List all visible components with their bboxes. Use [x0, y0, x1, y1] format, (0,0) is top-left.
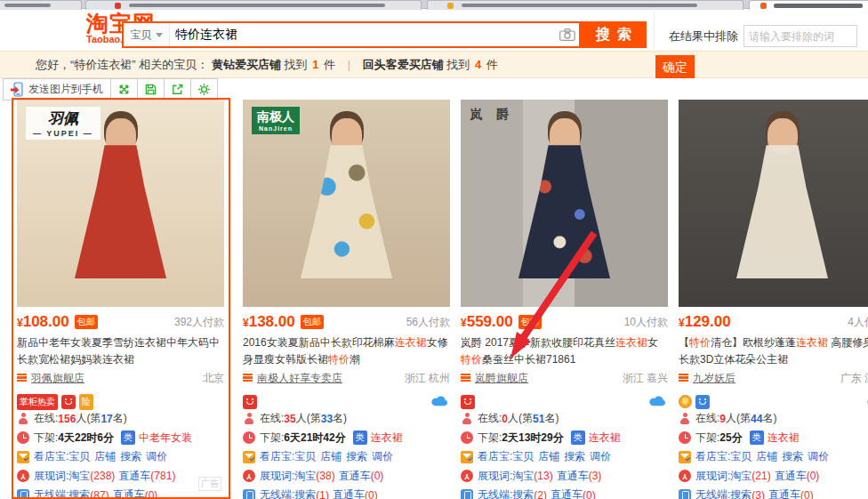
category-link[interactable]: 中老年女装	[139, 431, 192, 446]
kdb-shop-link[interactable]: 店铺	[94, 449, 116, 464]
wireless-ztc-link[interactable]: 直通车	[551, 487, 583, 499]
stat-kandianbao: 看店宝:宝贝店铺搜索调价	[243, 447, 450, 467]
send-image-to-phone-button[interactable]: 发送图片到手机	[3, 78, 111, 101]
kdb-price-link[interactable]: 调价	[808, 449, 829, 464]
notice-greeting: 您好，“特价连衣裙” 相关的宝贝：	[36, 58, 208, 71]
search-category-dropdown[interactable]: 宝贝	[124, 23, 170, 46]
kdb-search-link[interactable]: 搜索	[346, 449, 367, 464]
stat-keywords: 展现词:淘宝(38)直通车(0)	[243, 467, 450, 487]
product-image[interactable]: 羽佩 — YUPEI —	[17, 100, 224, 307]
cloud-icon[interactable]	[431, 394, 448, 409]
free-shipping-badge: 包邮	[518, 315, 542, 329]
shop-link[interactable]: 羽佩旗舰店	[31, 371, 84, 386]
stat-wireless: 无线端:搜索(3)直通车(0)	[679, 486, 868, 499]
product-title[interactable]: 新品中老年女装夏季雪纺连衣裙中年大码中长款宽松裙妈妈装连衣裙	[17, 334, 224, 367]
settings-button[interactable]	[190, 78, 218, 101]
wangwang-icon[interactable]	[461, 395, 475, 409]
wangwang-icon[interactable]	[61, 395, 76, 409]
product-title[interactable]: 【特价清仓】欧根纱蓬蓬连衣裙 高腰修身中长款3D立体花朵公主裙	[679, 334, 868, 367]
product-image[interactable]: 岚 爵	[461, 100, 668, 307]
tab-favicon	[447, 3, 454, 9]
notice-separator: |	[339, 58, 359, 71]
kdb-shop-link[interactable]: 店铺	[756, 449, 777, 464]
keywords-icon	[461, 470, 473, 482]
kdb-item-link[interactable]: 宝贝	[512, 449, 534, 464]
wireless-search-link[interactable]: 搜索	[730, 487, 751, 499]
stat-online: 在线:156人(第17名)	[17, 409, 224, 429]
product-image[interactable]: 南极人 NanJiren	[243, 100, 450, 307]
shop-link[interactable]: 岚爵旗舰店	[475, 371, 528, 386]
mobile-icon	[679, 489, 691, 499]
clock-icon	[461, 431, 473, 444]
sales-count: 10人付款	[624, 315, 668, 330]
category-badge: 类	[750, 431, 764, 445]
taobao-keywords-link[interactable]: 淘宝	[68, 469, 90, 484]
product-image[interactable]	[679, 100, 868, 307]
gold-medal-icon	[679, 395, 692, 408]
taobao-keywords-link[interactable]: 淘宝	[294, 469, 316, 484]
ztc-keywords-link[interactable]: 直通车	[339, 469, 371, 484]
kdb-item-link[interactable]: 宝贝	[294, 449, 316, 464]
notice-shop1: 黄钻爱买店铺	[212, 58, 281, 71]
wangwang-icon[interactable]	[243, 395, 257, 409]
browser-tab[interactable]	[427, 0, 743, 10]
wireless-search-link[interactable]: 搜索	[68, 487, 90, 499]
wireless-search-link[interactable]: 搜索	[512, 487, 534, 499]
kdb-shop-link[interactable]: 店铺	[538, 449, 559, 464]
category-badge: 类	[121, 431, 135, 445]
kdb-item-link[interactable]: 宝贝	[68, 449, 90, 464]
free-shipping-badge: 包邮	[301, 315, 324, 329]
ztc-keywords-link[interactable]: 直通车	[775, 469, 807, 484]
notice-count2: 4	[473, 58, 483, 71]
save-button[interactable]	[137, 78, 165, 101]
wireless-ztc-link[interactable]: 直通车	[768, 487, 800, 499]
category-link[interactable]: 连衣裙	[589, 431, 621, 446]
brand-overlay: 岚 爵	[470, 107, 514, 123]
ztc-keywords-link[interactable]: 直通车	[118, 469, 150, 484]
confirm-button[interactable]: 确定	[655, 55, 695, 78]
kdb-search-link[interactable]: 搜索	[782, 449, 803, 464]
browser-tab-active[interactable]	[749, 0, 868, 10]
kdb-price-link[interactable]: 调价	[146, 449, 167, 464]
category-link[interactable]: 连衣裙	[371, 431, 403, 446]
sales-count: 56人付款	[406, 315, 450, 330]
wireless-ztc-link[interactable]: 直通车	[333, 487, 365, 499]
kandianbao-icon	[243, 451, 255, 463]
product-title[interactable]: 岚爵 2017夏季新款收腰印花真丝连衣裙女 特价桑蚕丝中长裙71861	[461, 334, 668, 367]
search-input[interactable]	[170, 23, 556, 46]
browser-tab[interactable]	[85, 0, 422, 10]
product-title[interactable]: 2016女装夏新品中长款印花棉麻连衣裙女修身显瘦女韩版长裙特价潮	[243, 334, 450, 367]
expand-button[interactable]	[110, 78, 138, 101]
kdb-item-link[interactable]: 宝贝	[730, 449, 751, 464]
stat-wireless: 无线端:搜索(87)直通车(0)	[17, 486, 224, 499]
wireless-ztc-link[interactable]: 直通车	[113, 487, 145, 499]
image-search-button[interactable]	[556, 23, 579, 46]
share-button[interactable]	[164, 78, 191, 101]
insurance-badge: 险	[79, 394, 93, 410]
search-button[interactable]: 搜索	[581, 21, 647, 48]
browser-tab[interactable]	[0, 0, 82, 10]
kdb-shop-link[interactable]: 店铺	[320, 449, 342, 464]
wireless-search-link[interactable]: 搜索	[294, 487, 316, 499]
kdb-price-link[interactable]: 调价	[372, 449, 393, 464]
ztc-keywords-link[interactable]: 直通车	[557, 469, 589, 484]
category-link[interactable]: 连衣裙	[768, 431, 800, 446]
notice-unit: 件	[324, 58, 335, 71]
shop-link[interactable]: 九岁妖后	[693, 371, 735, 386]
kdb-search-link[interactable]: 搜索	[564, 449, 585, 464]
taobao-keywords-link[interactable]: 淘宝	[730, 469, 751, 484]
kdb-search-link[interactable]: 搜索	[120, 449, 141, 464]
tab-favicon	[760, 3, 767, 9]
stat-kandianbao: 看店宝:宝贝店铺搜索调价	[679, 447, 868, 467]
notice-found-label: 找到	[285, 58, 308, 71]
kdb-price-link[interactable]: 调价	[590, 449, 611, 464]
shop-link[interactable]: 南极人好享专卖店	[257, 371, 342, 386]
plugin-toolbar: 发送图片到手机	[3, 78, 218, 101]
share-icon	[171, 83, 184, 96]
phone-send-icon	[11, 82, 24, 97]
taobao-keywords-link[interactable]: 淘宝	[512, 469, 534, 484]
person-icon	[243, 413, 255, 425]
wangwang-icon[interactable]	[695, 395, 710, 409]
cloud-icon[interactable]	[649, 394, 666, 409]
exclude-input[interactable]	[743, 25, 857, 47]
